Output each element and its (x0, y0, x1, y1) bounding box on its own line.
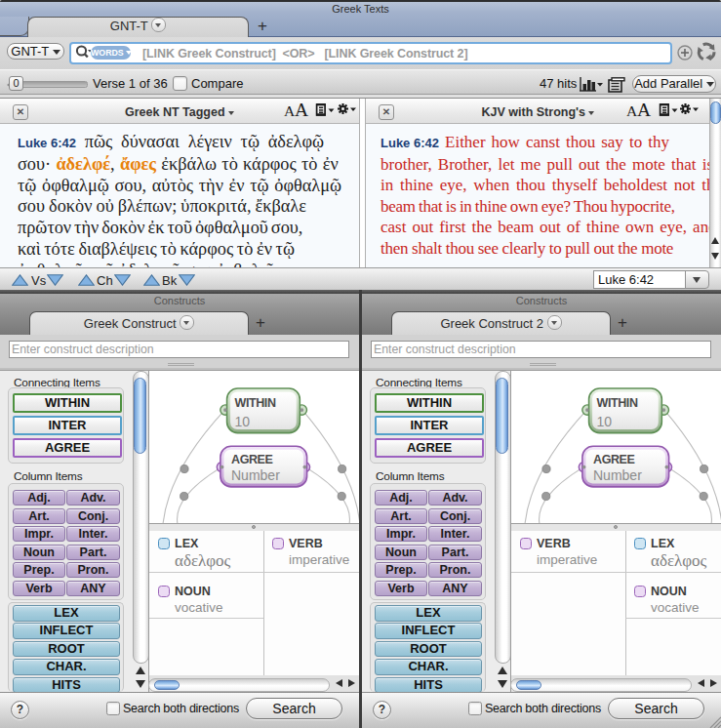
svg-text:WITHIN: WITHIN (597, 396, 638, 410)
svg-text:AGREE: AGREE (593, 453, 635, 466)
svg-text:AGREE: AGREE (231, 453, 273, 466)
svg-text:Number: Number (593, 467, 642, 483)
svg-text:WITHIN: WITHIN (235, 396, 276, 410)
svg-text:10: 10 (597, 414, 613, 429)
svg-text:Number: Number (231, 467, 280, 483)
svg-text:10: 10 (235, 414, 251, 429)
